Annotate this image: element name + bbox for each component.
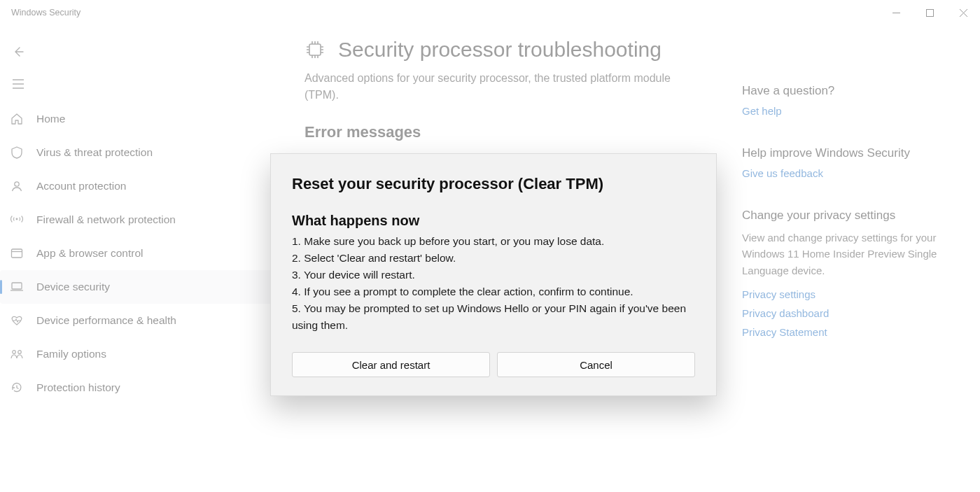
get-help-link[interactable]: Get help bbox=[742, 105, 959, 117]
cancel-button[interactable]: Cancel bbox=[497, 352, 695, 377]
minimize-button[interactable] bbox=[879, 0, 913, 25]
sidebar-item-firewall[interactable]: Firewall & network protection bbox=[0, 203, 276, 237]
minimize-icon bbox=[892, 9, 900, 17]
sidebar-item-history[interactable]: Protection history bbox=[0, 371, 276, 405]
dialog-step: 5. You may be prompted to set up Windows… bbox=[292, 300, 695, 334]
antenna-icon bbox=[10, 213, 24, 227]
maximize-icon bbox=[926, 9, 934, 17]
aside-question: Have a question? Get help bbox=[742, 84, 959, 117]
sidebar-item-virus[interactable]: Virus & threat protection bbox=[0, 136, 276, 169]
aside-question-heading: Have a question? bbox=[742, 84, 959, 98]
chip-icon bbox=[304, 39, 326, 60]
sidebar-item-label: Device performance & health bbox=[36, 314, 176, 327]
person-icon bbox=[10, 179, 24, 193]
svg-point-2 bbox=[16, 218, 18, 220]
feedback-link[interactable]: Give us feedback bbox=[742, 167, 959, 179]
back-button[interactable] bbox=[3, 38, 34, 66]
sidebar-item-family[interactable]: Family options bbox=[0, 337, 276, 371]
sidebar-item-label: Account protection bbox=[36, 180, 126, 192]
svg-rect-0 bbox=[926, 9, 933, 16]
sidebar-item-performance[interactable]: Device performance & health bbox=[0, 304, 276, 337]
privacy-statement-link[interactable]: Privacy Statement bbox=[742, 326, 959, 338]
svg-rect-4 bbox=[12, 283, 22, 289]
close-icon bbox=[960, 9, 967, 17]
laptop-icon bbox=[10, 280, 24, 294]
window-title: Windows Security bbox=[11, 8, 80, 17]
svg-point-6 bbox=[18, 351, 22, 354]
svg-rect-7 bbox=[309, 44, 321, 55]
clear-and-restart-button[interactable]: Clear and restart bbox=[292, 352, 490, 377]
close-button[interactable] bbox=[946, 0, 980, 25]
sidebar-item-account[interactable]: Account protection bbox=[0, 169, 276, 203]
sidebar-item-label: App & browser control bbox=[36, 247, 144, 260]
svg-point-5 bbox=[13, 351, 16, 354]
home-icon bbox=[10, 112, 24, 126]
shield-icon bbox=[10, 146, 24, 160]
dialog-buttons: Clear and restart Cancel bbox=[292, 352, 695, 377]
dialog-subtitle: What happens now bbox=[292, 213, 695, 229]
aside-privacy: Change your privacy settings View and ch… bbox=[742, 209, 959, 338]
sidebar-item-label: Family options bbox=[36, 348, 106, 360]
hamburger-icon bbox=[13, 79, 24, 89]
heart-icon bbox=[10, 314, 24, 328]
family-icon bbox=[10, 347, 24, 361]
privacy-settings-link[interactable]: Privacy settings bbox=[742, 288, 959, 300]
sidebar-item-label: Home bbox=[36, 113, 65, 125]
svg-rect-3 bbox=[12, 249, 22, 258]
section-error-messages: Error messages bbox=[304, 123, 724, 141]
aside: Have a question? Get help Help improve W… bbox=[742, 84, 959, 367]
browser-icon bbox=[10, 246, 24, 260]
back-arrow-icon bbox=[13, 46, 24, 57]
aside-feedback: Help improve Windows Security Give us fe… bbox=[742, 146, 959, 179]
privacy-dashboard-link[interactable]: Privacy dashboard bbox=[742, 307, 959, 319]
dialog-step: 1. Make sure you back up before you star… bbox=[292, 233, 695, 250]
page-subtitle: Advanced options for your security proce… bbox=[304, 70, 696, 104]
sidebar-item-label: Protection history bbox=[36, 381, 120, 394]
sidebar-item-home[interactable]: Home bbox=[0, 102, 276, 136]
aside-feedback-heading: Help improve Windows Security bbox=[742, 146, 959, 160]
dialog-title: Reset your security processor (Clear TPM… bbox=[292, 175, 695, 193]
menu-button[interactable] bbox=[3, 70, 34, 98]
dialog-step: 4. If you see a prompt to complete the c… bbox=[292, 283, 695, 300]
sidebar-item-device-security[interactable]: Device security bbox=[0, 270, 276, 304]
dialog-body: 1. Make sure you back up before you star… bbox=[292, 233, 695, 334]
dialog-step: 2. Select 'Clear and restart' below. bbox=[292, 250, 695, 267]
page-header: Security processor troubleshooting bbox=[304, 38, 724, 62]
clear-tpm-dialog: Reset your security processor (Clear TPM… bbox=[270, 153, 717, 396]
titlebar: Windows Security bbox=[0, 0, 980, 25]
window-controls bbox=[879, 0, 980, 25]
left-column: Home Virus & threat protection Account p… bbox=[0, 25, 287, 405]
sidebar-item-label: Device security bbox=[36, 281, 110, 293]
dialog-step: 3. Your device will restart. bbox=[292, 267, 695, 283]
aside-privacy-desc: View and change privacy settings for you… bbox=[742, 230, 959, 279]
aside-privacy-heading: Change your privacy settings bbox=[742, 209, 959, 223]
sidebar-item-label: Firewall & network protection bbox=[36, 213, 176, 226]
svg-point-1 bbox=[15, 182, 19, 186]
nav-list: Home Virus & threat protection Account p… bbox=[0, 102, 276, 405]
history-icon bbox=[10, 381, 24, 395]
maximize-button[interactable] bbox=[913, 0, 946, 25]
page-title: Security processor troubleshooting bbox=[338, 38, 662, 62]
sidebar-item-label: Virus & threat protection bbox=[36, 146, 153, 159]
sidebar-item-app-browser[interactable]: App & browser control bbox=[0, 237, 276, 270]
